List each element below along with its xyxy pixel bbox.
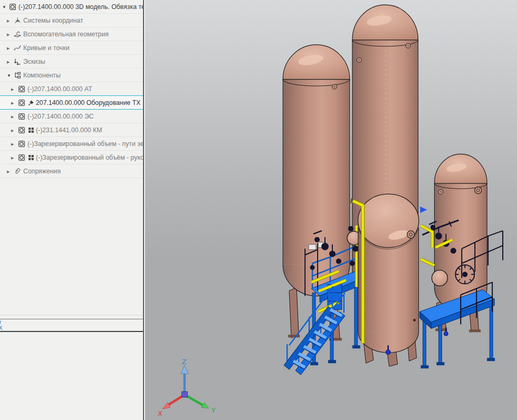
collapse-arrow-icon[interactable]: [7, 57, 13, 66]
collapse-arrow-icon[interactable]: [11, 153, 17, 162]
tree-item-label: Системы координат: [23, 17, 143, 24]
pin-icon: [27, 99, 35, 106]
model3d-icon: [8, 3, 17, 11]
tree-item-component-km[interactable]: (-)231.1441.00.000 КМ: [0, 123, 143, 137]
components-icon: [13, 71, 22, 80]
collapse-arrow-icon[interactable]: [11, 125, 17, 135]
tree-item-mates[interactable]: Сопряжения: [0, 164, 143, 178]
sketch-icon: [13, 57, 22, 66]
tank-front[interactable]: [358, 194, 419, 366]
gear-flange-wheel: [455, 265, 474, 284]
tree-item-label: (-)207.1400.00.000 ЭС: [27, 113, 143, 120]
tree-item-label: (-)231.1441.00.000 КМ: [36, 126, 143, 134]
tree-item-auxiliary-geometry[interactable]: Вспомогательная геометрия: [0, 27, 143, 41]
exchanger-head: [432, 270, 447, 286]
assembly-icon: [17, 112, 26, 121]
tree-item-component-es[interactable]: (-)207.1400.00.000 ЭС: [0, 110, 143, 123]
direction-marker: [420, 207, 427, 213]
coordinate-system-icon: [13, 16, 22, 25]
tree-item-label: Вспомогательная геометрия: [23, 31, 143, 38]
collapse-arrow-icon[interactable]: [11, 84, 17, 94]
assembly-icon: [17, 126, 26, 134]
tree-item-label: Кривые и точки: [23, 44, 143, 52]
collapse-arrow-icon[interactable]: [11, 112, 17, 121]
collapsed-panel-strip[interactable]: т X: [0, 319, 143, 332]
nozzle-flange: [475, 187, 482, 194]
tree-item-label: 207.1400.00.000 Оборудование ТХ: [36, 99, 143, 106]
tree-item-component-equipment-th[interactable]: 207.1400.00.000 Оборудование ТХ: [0, 96, 143, 110]
y-axis-label: Y: [211, 406, 216, 414]
tree-item-component-at[interactable]: (-)207.1400.00.000 АТ: [0, 82, 143, 96]
collapse-arrow-icon[interactable]: [11, 98, 17, 108]
lifting-lug: [438, 190, 443, 194]
tree-item-reserved-volume-handle[interactable]: (-)Зарезервированный объём - рукоя: [0, 151, 143, 164]
curve-icon: [13, 44, 22, 52]
strip-text-line: т: [0, 319, 143, 325]
assembly-icon: [17, 85, 26, 93]
expand-arrow-icon[interactable]: [7, 71, 13, 80]
panel-separator: [0, 315, 143, 315]
collapse-arrow-icon[interactable]: [7, 167, 13, 176]
tank-leg: [289, 288, 299, 338]
tree-item-label: Компоненты: [23, 72, 143, 79]
tree-item-curves-points[interactable]: Кривые и точки: [0, 41, 143, 55]
collapse-arrow-icon[interactable]: [11, 139, 17, 149]
assembly-icon: [17, 99, 26, 107]
orientation-triad: X Y Z: [158, 358, 216, 417]
collapse-arrow-icon[interactable]: [7, 16, 13, 25]
model-tree-panel: (-)207.1400.00.000 3D модель. Обвязка те…: [0, 0, 144, 420]
tree-item-reserved-volume-escape[interactable]: (-)Зарезервированный объем - пути эва: [0, 137, 143, 151]
origin-cube: [181, 392, 187, 397]
cad-application-window: (-)207.1400.00.000 3D модель. Обвязка те…: [0, 0, 517, 420]
3d-viewport[interactable]: X Y Z: [145, 0, 517, 420]
tree-item-coordinate-systems[interactable]: Системы координат: [0, 14, 143, 27]
3d-scene[interactable]: X Y Z: [145, 0, 517, 420]
tree-item-label: (-)Зарезервированный объем - пути эва: [27, 140, 143, 148]
lifting-lug: [332, 84, 337, 89]
strip-text-line: X: [0, 325, 143, 331]
collapse-arrow-icon[interactable]: [7, 30, 13, 39]
tree-item-root-model[interactable]: (-)207.1400.00.000 3D модель. Обвязка те…: [0, 0, 143, 14]
tree-item-label: (-)207.1400.00.000 АТ: [27, 85, 143, 93]
model-tree: (-)207.1400.00.000 3D модель. Обвязка те…: [0, 0, 143, 178]
collapse-arrow-icon[interactable]: [7, 43, 13, 53]
assembly-icon: [17, 140, 26, 148]
tree-item-label: Эскизы: [23, 58, 143, 65]
tree-item-label: (-)Зарезервированный объём - рукоя: [36, 154, 143, 161]
expand-arrow-icon[interactable]: [2, 2, 8, 12]
x-axis-label: X: [158, 409, 162, 417]
small-fitting: [413, 319, 416, 321]
grid-icon: [27, 126, 35, 134]
grid-icon: [27, 154, 35, 161]
auxiliary-geometry-icon: [13, 30, 22, 38]
tree-item-components[interactable]: Компоненты: [0, 69, 143, 82]
assembly-icon: [17, 153, 26, 162]
paperclip-icon: [13, 167, 22, 175]
tree-item-sketches[interactable]: Эскизы: [0, 55, 143, 69]
tree-item-label: (-)207.1400.00.000 3D модель. Обвязка те…: [18, 3, 143, 11]
tree-item-label: Сопряжения: [23, 168, 143, 175]
z-axis-label: Z: [182, 358, 187, 366]
nozzle-flange: [407, 231, 415, 238]
